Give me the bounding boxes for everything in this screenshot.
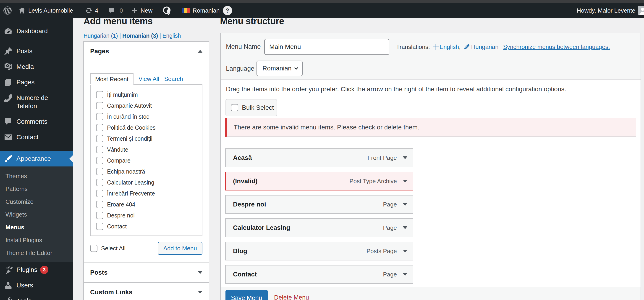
page-label[interactable]: Întrebări Frecvente (107, 190, 155, 197)
custom-links-section-header[interactable]: Custom Links (84, 283, 209, 300)
page-label[interactable]: Compare (107, 157, 130, 164)
menu-item-expand-icon[interactable] (403, 157, 407, 159)
menu-item-expand-icon[interactable] (403, 273, 407, 276)
page-checkbox[interactable] (96, 223, 104, 230)
page-checkbox[interactable] (96, 146, 104, 153)
site-menu[interactable]: Levis Automobile (18, 3, 73, 18)
menu-item-expand-icon[interactable] (403, 226, 407, 229)
page-checkbox[interactable] (96, 212, 104, 219)
edit-hungarian-translation-link[interactable]: Hungarian (471, 43, 498, 51)
page-checkbox[interactable] (96, 102, 104, 109)
page-label[interactable]: Calculator Leasing (107, 179, 154, 186)
panel-footer: Save Menu Delete Menu (221, 287, 640, 300)
sidebar-item-pages[interactable]: Pages (0, 75, 73, 90)
page-checkbox[interactable] (96, 124, 104, 131)
language-filter-hungarian-[interactable]: Hungarian (1) (84, 33, 118, 39)
tab-view-all[interactable]: View All (138, 75, 159, 83)
page-checkbox[interactable] (96, 201, 104, 208)
submenu-item-patterns[interactable]: Patterns (0, 183, 73, 195)
page-label[interactable]: Contact (107, 223, 127, 230)
page-checkbox[interactable] (96, 135, 104, 142)
tab-most-recent[interactable]: Most Recent (90, 73, 134, 85)
collapse-arrow-icon[interactable] (198, 50, 202, 53)
wordpress-logo-menu[interactable] (3, 3, 12, 18)
wordpress-admin-menus-page: Levis Automobile 4 0 New Romanian ? Howd… (0, 0, 644, 300)
page-label[interactable]: În curând în stoc (107, 113, 149, 120)
sidebar-item-appearance[interactable]: Appearance (0, 151, 73, 167)
window-top-strip (0, 0, 644, 3)
page-checklist-item: Compare (96, 155, 202, 166)
avatar[interactable] (638, 6, 644, 15)
add-english-translation-link[interactable]: English (440, 43, 459, 51)
menu-item-calculator-leasing[interactable]: Calculator LeasingPage (225, 218, 413, 237)
page-label[interactable]: Termeni și condiții (107, 135, 152, 142)
pages-section-title: Pages (90, 48, 109, 55)
page-checkbox[interactable] (96, 179, 104, 186)
menu-item-despre-noi[interactable]: Despre noiPage (225, 195, 413, 214)
synchronize-menus-link[interactable]: Synchronize menus between languages. (503, 43, 610, 51)
save-menu-button[interactable]: Save Menu (226, 290, 268, 300)
sidebar-item-dashboard[interactable]: Dashboard (0, 23, 73, 39)
menu-item--invalid-[interactable]: (Invalid)Post Type Archive (225, 172, 413, 191)
sidebar-item-comments[interactable]: Comments (0, 114, 73, 129)
menu-item-expand-icon[interactable] (403, 250, 407, 252)
expand-arrow-icon[interactable] (198, 271, 202, 274)
page-label[interactable]: Eroare 404 (107, 201, 135, 208)
bulk-select-toggle[interactable]: Bulk Select (226, 99, 277, 116)
sidebar-item-label: Contact (16, 129, 41, 145)
bulk-select-checkbox[interactable] (231, 104, 238, 111)
language-filter-romanian-[interactable]: Romanian (3) (122, 33, 158, 39)
page-label[interactable]: Vândute (107, 146, 128, 153)
plugin-shortcut-menu[interactable] (162, 3, 172, 18)
menu-item-contact[interactable]: ContactPage (225, 265, 413, 284)
menu-name-input[interactable] (264, 39, 389, 55)
page-label[interactable]: Campanie Autovit (107, 102, 152, 109)
sidebar-item-numere-de-telefon[interactable]: Numere de Telefon (0, 90, 73, 114)
menu-item-acas-[interactable]: AcasăFront Page (225, 148, 413, 167)
submenu-item-theme-file-editor[interactable]: Theme File Editor (0, 246, 73, 259)
page-label[interactable]: Politică de Cookies (107, 124, 156, 131)
add-to-menu-button[interactable]: Add to Menu (158, 242, 202, 255)
sidebar-item-posts[interactable]: Posts (0, 43, 73, 59)
submenu-item-themes[interactable]: Themes (0, 170, 73, 183)
menu-item-expand-icon[interactable] (403, 180, 407, 183)
my-account-menu[interactable]: Howdy, Maior Levente (577, 3, 635, 18)
menu-structure-title: Menu structure (220, 15, 284, 27)
sidebar-item-label: Dashboard (16, 23, 50, 39)
sidebar-item-plugins[interactable]: Plugins3 (0, 262, 73, 278)
pages-checklist: Îți mulțumimCampanie AutovitÎn curând în… (90, 84, 202, 236)
content-area: Add menu items Hungarian (1) | Romanian … (73, 18, 644, 300)
menu-item-expand-icon[interactable] (403, 203, 407, 206)
page-checkbox[interactable] (96, 157, 104, 164)
page-label[interactable]: Îți mulțumim (107, 91, 138, 98)
page-label[interactable]: Despre noi (107, 212, 135, 219)
menu-item-blog[interactable]: BlogPosts Page (225, 242, 413, 260)
sidebar-item-tools[interactable]: Tools (0, 293, 73, 300)
page-checkbox[interactable] (96, 168, 104, 175)
invalid-items-notice: There are some invalid menu items. Pleas… (225, 118, 636, 137)
language-filter-english[interactable]: English (162, 33, 181, 39)
sidebar-item-media[interactable]: Media (0, 59, 73, 75)
submenu-item-widgets[interactable]: Widgets (0, 208, 73, 221)
page-checkbox[interactable] (96, 91, 104, 98)
sidebar-item-users[interactable]: Users (0, 278, 73, 293)
page-label[interactable]: Echipa noastră (107, 168, 145, 175)
tab-search[interactable]: Search (164, 75, 183, 83)
expand-arrow-icon[interactable] (198, 291, 202, 293)
menu-separator (0, 39, 73, 43)
select-all-checkbox[interactable] (90, 245, 98, 252)
page-checkbox[interactable] (96, 113, 104, 120)
language-select[interactable]: Romanian (256, 61, 302, 76)
translations-label: Translations: (396, 43, 430, 51)
submenu-item-customize[interactable]: Customize (0, 195, 73, 208)
page-checkbox[interactable] (96, 190, 104, 197)
menu-item-title: Despre noi (233, 201, 266, 208)
delete-menu-link[interactable]: Delete Menu (274, 294, 309, 300)
submenu-item-install-plugins[interactable]: Install Plugins (0, 234, 73, 246)
sidebar-item-contact[interactable]: Contact (0, 129, 73, 145)
plugin-icon (4, 265, 13, 274)
posts-section-header[interactable]: Posts (84, 263, 209, 282)
pages-section-header[interactable]: Pages (84, 42, 209, 61)
submenu-item-menus[interactable]: Menus (0, 221, 73, 234)
help-icon[interactable]: ? (223, 6, 232, 15)
